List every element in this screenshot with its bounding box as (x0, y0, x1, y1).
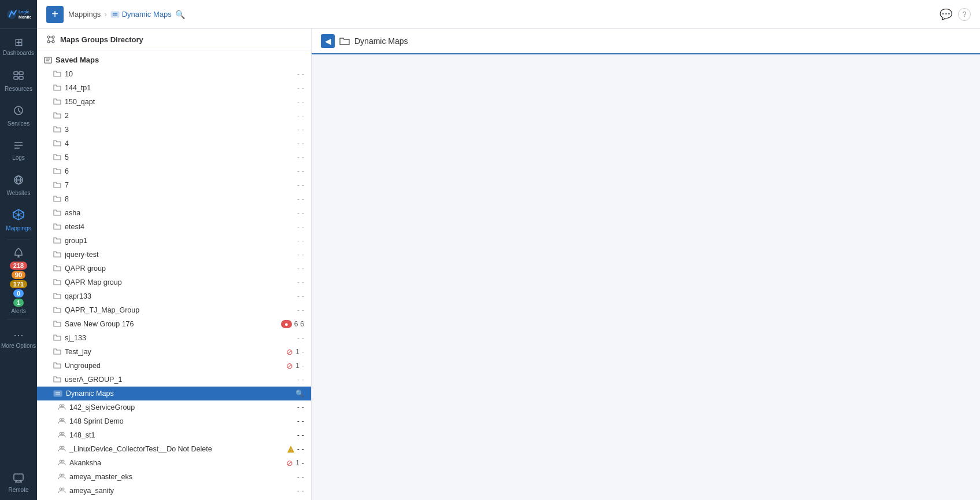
tree-item-actions: -- (297, 98, 304, 106)
tree-item-ungrouped[interactable]: Ungrouped ⊘ 1 - (37, 359, 311, 373)
app-logo[interactable]: Logic Monitor (0, 0, 37, 29)
subitem-142[interactable]: 142_sjServiceGroup -- (37, 400, 311, 414)
tree-item-sj133[interactable]: sj_133 -- (37, 331, 311, 345)
subitem-linux-device[interactable]: _LinuxDevice_CollectorTest__Do Not Delet… (37, 442, 311, 456)
main-panel-title: Dynamic Maps (354, 36, 408, 46)
subitem-name: 148_st1 (69, 431, 294, 439)
subitem-actions: -- (297, 487, 304, 495)
svg-point-51 (62, 432, 64, 435)
logs-icon (13, 140, 24, 152)
subitem-148-sprint[interactable]: 148 Sprint Demo -- (37, 414, 311, 428)
tree-item-4[interactable]: 4 -- (37, 137, 311, 150)
subitem-actions: -- (297, 403, 304, 411)
nav-divider-1 (7, 240, 30, 240)
tree-item-asha[interactable]: asha -- (37, 206, 311, 220)
subitem-anshul[interactable]: anshul_device_grp ! - - (37, 498, 311, 500)
nav-item-remote[interactable]: Remote (0, 465, 37, 500)
dynamic-maps-label: Dynamic Maps (66, 389, 292, 398)
svg-point-58 (60, 474, 62, 476)
tree-item-144tp1[interactable]: 144_tp1 -- (37, 81, 311, 95)
breadcrumb-separator: › (104, 10, 106, 19)
folder-icon (53, 361, 61, 370)
help-icon[interactable]: ? (958, 8, 971, 21)
subitem-ameya-sanity[interactable]: ameya_sanity -- (37, 484, 311, 498)
tree-item-6[interactable]: 6 -- (37, 164, 311, 178)
resources-icon (13, 70, 24, 83)
subitem-148-st1[interactable]: 148_st1 -- (37, 428, 311, 442)
alert-badge-176: ● (281, 320, 292, 328)
svg-point-56 (60, 460, 62, 462)
tree-item-group1[interactable]: group1 -- (37, 234, 311, 248)
tree-item-10[interactable]: 10 - - (37, 67, 311, 81)
tree-item-name: 3 (65, 126, 294, 134)
svg-point-48 (60, 418, 62, 421)
tree-item-name: 8 (65, 195, 294, 203)
tree-item-5[interactable]: 5 -- (37, 150, 311, 164)
tree-item-name: Save New Group 176 (65, 320, 278, 328)
nav-item-logs[interactable]: Logs (0, 133, 37, 168)
sidebar-panel: Maps Groups Directory Saved Maps (37, 29, 312, 500)
svg-point-47 (62, 405, 64, 407)
tree-item-2[interactable]: 2 -- (37, 109, 311, 123)
chat-icon[interactable]: 💬 (940, 8, 952, 21)
tree-item-name: 150_qapt (65, 98, 294, 106)
folder-icon (53, 194, 61, 204)
folder-icon (53, 153, 61, 162)
tree-item-3[interactable]: 3 -- (37, 123, 311, 137)
mappings-icon (12, 208, 25, 223)
dynamic-maps-section[interactable]: Dynamic Maps 🔍 (37, 387, 311, 400)
alert-badge-171: 171 (10, 280, 27, 288)
search-icon-topbar[interactable]: 🔍 (175, 10, 185, 19)
dynamic-maps-icon (53, 389, 62, 398)
subitem-ameya-master[interactable]: ameya_master_eks -- (37, 470, 311, 484)
tree-item-actions: -- (297, 153, 304, 161)
tree-item-etest4[interactable]: etest4 -- (37, 220, 311, 234)
nav-item-alerts[interactable]: 218 90 171 0 1 Alerts (0, 242, 37, 317)
tree-item-qapr-map-group[interactable]: QAPR Map group -- (37, 275, 311, 289)
left-navigation: Logic Monitor ⊞ Dashboards Resources Ser… (0, 0, 37, 500)
tree-item-save-new-176[interactable]: Save New Group 176 ● 6 6 (37, 317, 311, 331)
tree-item-actions: -- (297, 334, 304, 342)
nav-item-websites[interactable]: Websites (0, 168, 37, 203)
tree-item-7[interactable]: 7 -- (37, 178, 311, 192)
tree-item-name: QAPR group (65, 264, 294, 273)
subitem-name: ameya_master_eks (69, 473, 294, 481)
nav-item-resources[interactable]: Resources (0, 64, 37, 98)
saved-maps-section[interactable]: Saved Maps (37, 53, 311, 67)
group-icon (58, 444, 66, 454)
tree-item-name: qapr133 (65, 292, 294, 300)
tree-item-jquery[interactable]: jquery-test -- (37, 248, 311, 262)
tree-item-qapr-group[interactable]: QAPR group -- (37, 262, 311, 275)
nav-label-logs: Logs (12, 155, 25, 161)
alerts-icon (13, 247, 24, 260)
tree-item-actions: -- (297, 278, 304, 286)
nav-item-more-options[interactable]: ⋯ More Options (0, 322, 37, 356)
add-button[interactable]: + (46, 6, 64, 23)
tree-item-test-jay[interactable]: Test_jay ⊘ 1 - (37, 345, 311, 359)
tree-item-actions: -- (297, 84, 304, 92)
tree-item-actions: -- (297, 126, 304, 134)
folder-icon (53, 375, 61, 384)
breadcrumb-parent[interactable]: Mappings (68, 10, 101, 19)
nav-label-more-options: More Options (1, 343, 36, 349)
tree-item-8[interactable]: 8 -- (37, 192, 311, 206)
nav-item-services[interactable]: Services (0, 98, 37, 133)
dynamic-maps-search-icon[interactable]: 🔍 (295, 389, 304, 398)
nav-item-mappings[interactable]: Mappings (0, 203, 37, 237)
tree-item-qapr-tj[interactable]: QAPR_TJ_Map_Group -- (37, 303, 311, 317)
tree-item-actions: - - (297, 70, 304, 78)
collapse-button[interactable]: ◀ (321, 34, 335, 48)
svg-point-49 (62, 418, 64, 421)
svg-point-57 (62, 460, 64, 462)
tree-item-usera[interactable]: userA_GROUP_1 -- (37, 373, 311, 387)
nav-item-dashboards[interactable]: ⊞ Dashboards (0, 29, 37, 64)
tree-item-qapr133[interactable]: qapr133 -- (37, 289, 311, 303)
tree-item-name: 6 (65, 167, 294, 175)
svg-line-20 (20, 216, 24, 218)
tree-item-name: 2 (65, 112, 294, 120)
main-panel: ◀ Dynamic Maps (312, 29, 980, 500)
tree-item-150qapt[interactable]: 150_qapt -- (37, 95, 311, 109)
subitem-akanksha[interactable]: Akanksha ⊘ 1 - (37, 456, 311, 470)
main-panel-body (312, 54, 980, 500)
folder-icon (53, 167, 61, 176)
